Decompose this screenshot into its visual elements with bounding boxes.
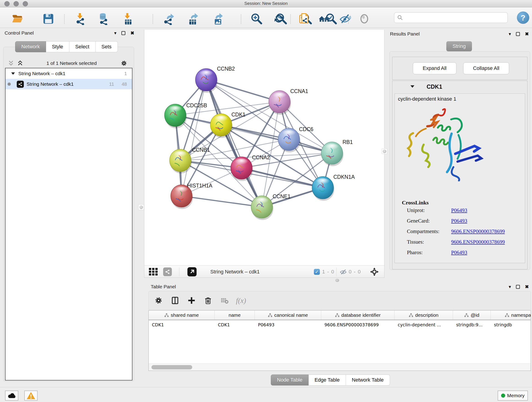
crosslink-label-compartments-: Compartments:	[407, 229, 439, 235]
tab-style[interactable]: Style	[46, 41, 70, 52]
column-header-description[interactable]: description	[394, 311, 453, 320]
crosslink-link-pharos-[interactable]: P06493	[451, 249, 467, 255]
fit-content-crosshair-icon[interactable]	[370, 268, 379, 276]
export-network-icon[interactable]	[162, 12, 175, 25]
hidden-nodes-eye-icon[interactable]	[339, 268, 347, 276]
import-network-database-icon[interactable]	[97, 12, 110, 25]
panel-close-icon[interactable]: ✖	[525, 32, 529, 36]
left-splitter-handle[interactable]	[138, 204, 144, 210]
entry-collapse-icon[interactable]	[410, 85, 415, 88]
open-session-icon[interactable]	[11, 12, 24, 25]
search-input[interactable]	[405, 15, 507, 20]
network-row-selected[interactable]: String Network – cdk1 11 48	[6, 79, 132, 89]
network-node-CDK1[interactable]	[210, 114, 233, 138]
panel-collapse-icon[interactable]: ▾	[509, 32, 511, 36]
network-options-gear-icon[interactable]	[120, 60, 128, 67]
table-cell-database-identifier[interactable]: 9606.ENSP00000378699	[321, 320, 394, 330]
warnings-icon[interactable]	[24, 390, 38, 401]
export-image-icon[interactable]	[212, 12, 225, 25]
save-session-icon[interactable]	[42, 12, 55, 25]
network-edge-CDK1-RB1[interactable]	[221, 125, 332, 153]
network-type-icon	[17, 81, 24, 88]
table-cell-canonical-name[interactable]: P06493	[255, 320, 321, 330]
hide-selected-eye-icon[interactable]	[338, 12, 351, 25]
tab-select[interactable]: Select	[70, 41, 95, 52]
column-header-database-identifier[interactable]: database identifier	[321, 311, 394, 320]
tab-network-table[interactable]: Network Table	[346, 375, 390, 385]
network-canvas[interactable]: CCNB2CCNA1CDC25BCDK1CDC6RB1CCNB1CCNA2CDK…	[144, 30, 384, 265]
tree-expand-icon[interactable]	[11, 72, 15, 75]
zoom-in-icon[interactable]	[250, 12, 263, 25]
network-node-RB1[interactable]	[321, 142, 343, 166]
tab-node-table[interactable]: Node Table	[271, 375, 309, 385]
tab-edge-table[interactable]: Edge Table	[309, 375, 346, 385]
delete-column-trash-icon[interactable]	[201, 294, 215, 307]
network-collection-row[interactable]: String Network – cdk1 1	[6, 68, 132, 79]
panel-collapse-icon[interactable]: ▾	[114, 31, 116, 35]
column-header-namespace[interactable]: namespace	[491, 311, 531, 320]
panel-close-icon[interactable]: ✖	[525, 284, 529, 289]
tab-network[interactable]: Network	[15, 41, 46, 52]
right-splitter-handle[interactable]	[382, 148, 387, 154]
column-header-shared-name[interactable]: shared name	[149, 311, 215, 320]
column-header-canonical-name[interactable]: canonical name	[255, 311, 321, 320]
network-edge-CCNB2-HIST1H1A[interactable]	[181, 80, 206, 196]
panel-collapse-icon[interactable]: ▾	[509, 284, 511, 289]
tab-string[interactable]: String	[446, 41, 472, 51]
table-cell--id[interactable]: stringdb:9...	[453, 320, 491, 330]
results-entry-header[interactable]: CDK1	[392, 82, 527, 92]
help-icon[interactable]: ?	[517, 12, 529, 24]
function-builder-icon[interactable]: f(x)	[234, 294, 248, 307]
network-edge-HIST1H1A-CCNE1[interactable]	[181, 196, 262, 207]
crosslink-link-tissues-[interactable]: 9606.ENSP00000378699	[451, 239, 505, 245]
network-edge-CCNB2-CCNE1[interactable]	[206, 80, 262, 207]
table-settings-gear-icon[interactable]	[152, 294, 165, 307]
panel-float-icon[interactable]	[121, 31, 125, 35]
open-view-in-window-icon[interactable]	[187, 268, 196, 276]
panel-float-icon[interactable]	[516, 285, 520, 289]
network-node-CCNA1[interactable]	[269, 90, 291, 115]
network-node-CCNE1[interactable]	[251, 196, 273, 220]
expand-all-button[interactable]: Expand All	[413, 62, 456, 74]
table-cell-name[interactable]: CDK1	[215, 320, 255, 330]
refresh-icon[interactable]	[272, 12, 285, 25]
scrollbar-thumb[interactable]	[152, 365, 192, 370]
tab-sets[interactable]: Sets	[95, 41, 118, 52]
column-header-name[interactable]: name	[215, 311, 255, 320]
table-horizontal-scrollbar[interactable]	[149, 364, 531, 370]
expand-all-networks-icon[interactable]	[17, 60, 23, 66]
search-field	[394, 12, 508, 23]
column-header--id[interactable]: @id	[453, 311, 491, 320]
first-neighbors-icon[interactable]	[318, 12, 331, 25]
import-table-file-icon[interactable]	[122, 12, 134, 25]
crosslink-link-compartments-[interactable]: 9606.ENSP00000378699	[451, 229, 505, 235]
import-network-file-icon[interactable]	[74, 12, 87, 25]
network-node-CDC25B[interactable]	[165, 104, 187, 128]
birdseye-view-icon[interactable]	[149, 268, 158, 276]
table-cell-namespace[interactable]: stringdb	[491, 320, 531, 330]
collapse-all-networks-icon[interactable]	[8, 60, 14, 66]
table-row[interactable]: CDK1CDK1P064939606.ENSP00000378699cyclin…	[149, 320, 531, 330]
table-cell-description[interactable]: cyclin-dependent ...	[394, 320, 453, 330]
show-columns-icon[interactable]	[168, 294, 182, 307]
network-overview-icon[interactable]	[163, 268, 172, 276]
memory-button[interactable]: Memory	[498, 390, 528, 401]
cloud-status-icon[interactable]	[5, 390, 18, 401]
panel-float-icon[interactable]	[516, 32, 520, 36]
table-cell-shared-name[interactable]: CDK1	[149, 320, 215, 330]
crosslink-link-uniprot-[interactable]: P06493	[451, 207, 467, 213]
collapse-all-button[interactable]: Collapse All	[463, 62, 509, 74]
network-node-CDC6[interactable]	[278, 128, 300, 153]
panel-close-icon[interactable]: ✖	[130, 31, 134, 35]
crosslink-link-genecard-[interactable]: P06493	[451, 218, 467, 224]
network-node-CCNB1[interactable]	[170, 149, 192, 173]
network-node-CCNB2[interactable]	[196, 69, 218, 93]
show-all-eye-icon[interactable]	[358, 12, 371, 25]
network-node-CDKN1A[interactable]	[312, 177, 334, 201]
selected-nodes-checkbox[interactable]: ✓	[314, 268, 320, 276]
clone-network-icon[interactable]	[298, 12, 310, 25]
create-column-plus-icon[interactable]	[185, 294, 198, 307]
delete-table-icon[interactable]	[218, 294, 231, 307]
export-table-icon[interactable]	[186, 12, 199, 25]
horizontal-splitter-handle[interactable]	[336, 279, 339, 282]
